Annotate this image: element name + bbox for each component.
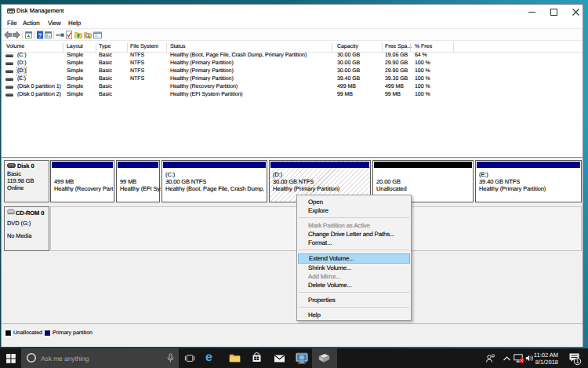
svg-text:?: ? [38,32,42,39]
svg-text:1: 1 [575,358,579,365]
